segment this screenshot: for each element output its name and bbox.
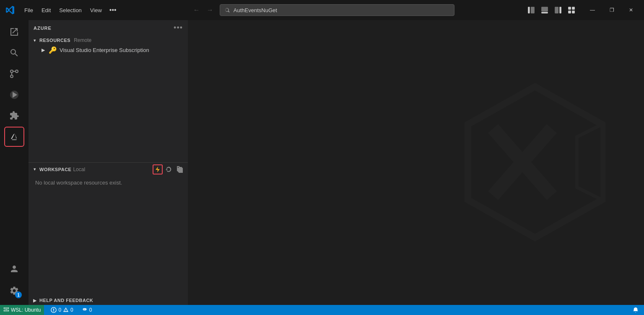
resources-sublabel: Remote (74, 37, 91, 43)
resources-label: RESOURCES (39, 38, 70, 43)
command-palette[interactable]: AuthEventsNuGet (220, 4, 454, 16)
sidebar-item-azure[interactable] (4, 127, 24, 147)
view-menu[interactable]: View (86, 5, 106, 15)
close-button[interactable]: ✕ (621, 3, 641, 17)
back-button[interactable]: ← (190, 4, 203, 16)
svg-rect-8 (568, 10, 571, 13)
status-ports[interactable]: 0 (80, 305, 94, 315)
title-layout-actions (525, 4, 578, 16)
status-right (631, 305, 641, 315)
restore-button[interactable]: ❐ (602, 3, 621, 17)
svg-marker-16 (577, 124, 602, 200)
subscription-chevron: ▶ (40, 47, 46, 53)
more-menus[interactable]: ••• (106, 5, 120, 16)
error-icon (51, 307, 57, 313)
workspace-chevron: ▾ (32, 167, 38, 172)
svg-rect-2 (541, 7, 548, 11)
warning-icon (63, 307, 69, 313)
workspace-refresh-button[interactable] (164, 164, 174, 174)
title-menu: File Edit Selection View ••• (20, 5, 120, 16)
svg-point-12 (10, 70, 13, 73)
workspace-copy-button[interactable] (174, 164, 184, 174)
vscode-logo (3, 3, 17, 17)
search-icon (224, 7, 230, 13)
remote-icon (3, 307, 9, 313)
svg-point-11 (16, 70, 18, 73)
workspace-label: WORKSPACE (39, 167, 71, 172)
toggle-secondary-sidebar[interactable] (552, 4, 564, 16)
forward-button[interactable]: → (204, 4, 216, 16)
minimize-button[interactable]: — (583, 3, 602, 17)
sidebar-item-run-debug[interactable] (4, 85, 24, 105)
sidebar-item-account[interactable] (4, 259, 24, 279)
file-menu[interactable]: File (20, 5, 37, 15)
resources-chevron: ▾ (32, 37, 38, 43)
svg-rect-7 (572, 7, 575, 10)
sidebar-item-source-control[interactable] (4, 64, 24, 84)
sidebar-item-extensions[interactable] (4, 106, 24, 126)
workspace-sublabel: Local (73, 167, 85, 172)
help-feedback-header[interactable]: ▶ HELP AND FEEDBACK (29, 296, 188, 305)
workspace-header[interactable]: ▾ WORKSPACE Local (29, 163, 188, 176)
resources-header[interactable]: ▾ RESOURCES Remote (29, 36, 188, 45)
activity-bar: 1 (0, 20, 29, 305)
status-bar: WSL: Ubuntu 0 0 0 (0, 305, 644, 315)
selection-menu[interactable]: Selection (55, 5, 86, 15)
ports-icon (82, 307, 88, 313)
svg-rect-1 (531, 7, 535, 13)
status-remote[interactable]: WSL: Ubuntu (0, 305, 44, 315)
editor-area (188, 20, 644, 305)
svg-rect-4 (555, 7, 558, 13)
svg-rect-5 (559, 7, 561, 13)
workspace-empty-message: No local workspace resources exist. (29, 176, 188, 189)
svg-rect-9 (572, 10, 575, 13)
workspace-actions (153, 164, 184, 174)
sidebar-item-search[interactable] (4, 43, 24, 63)
title-bar: File Edit Selection View ••• ← → AuthEve… (0, 0, 644, 20)
vscode-watermark (451, 78, 619, 247)
activity-bar-bottom: 1 (4, 259, 24, 305)
subscription-name: Visual Studio Enterprise Subscription (60, 47, 149, 53)
error-count: 0 (58, 307, 61, 313)
help-label: HELP AND FEEDBACK (39, 298, 93, 303)
remote-label: WSL: Ubuntu (11, 307, 41, 313)
key-icon: 🔑 (49, 46, 57, 54)
svg-rect-6 (568, 7, 571, 10)
main-area: 1 AZURE ••• ▾ RESOURCES Remote ▶ 🔑 Visua… (0, 20, 644, 305)
help-chevron: ▶ (32, 297, 38, 303)
sidebar-item-explorer[interactable] (4, 22, 24, 42)
sidebar-item-settings[interactable]: 1 (4, 281, 24, 301)
ports-count: 0 (89, 307, 92, 313)
azure-section-header: AZURE ••• (29, 20, 188, 36)
status-left: WSL: Ubuntu 0 0 0 (3, 305, 93, 315)
warning-count: 0 (70, 307, 73, 313)
azure-title: AZURE (34, 26, 52, 31)
sidebar-panel: AZURE ••• ▾ RESOURCES Remote ▶ 🔑 Visual … (29, 20, 188, 305)
bell-button[interactable] (631, 305, 641, 315)
window-controls: — ❐ ✕ (583, 3, 641, 17)
workspace-lightning-button[interactable] (153, 164, 163, 174)
svg-rect-3 (541, 12, 548, 13)
customize-layout[interactable] (565, 4, 578, 16)
svg-rect-0 (528, 7, 530, 13)
title-search-area: ← → AuthEventsNuGet (122, 4, 523, 16)
status-errors[interactable]: 0 0 (49, 305, 75, 315)
svg-point-10 (10, 75, 13, 78)
workspace-section: ▾ WORKSPACE Local No local workspac (29, 163, 188, 189)
search-text: AuthEventsNuGet (234, 7, 277, 13)
toggle-panel[interactable] (538, 4, 551, 16)
subscription-row[interactable]: ▶ 🔑 Visual Studio Enterprise Subscriptio… (29, 45, 188, 55)
azure-more-button[interactable]: ••• (174, 23, 183, 32)
settings-badge: 1 (15, 292, 22, 298)
edit-menu[interactable]: Edit (37, 5, 55, 15)
toggle-primary-sidebar[interactable] (525, 4, 538, 16)
workspace-left: ▾ WORKSPACE Local (32, 167, 153, 172)
